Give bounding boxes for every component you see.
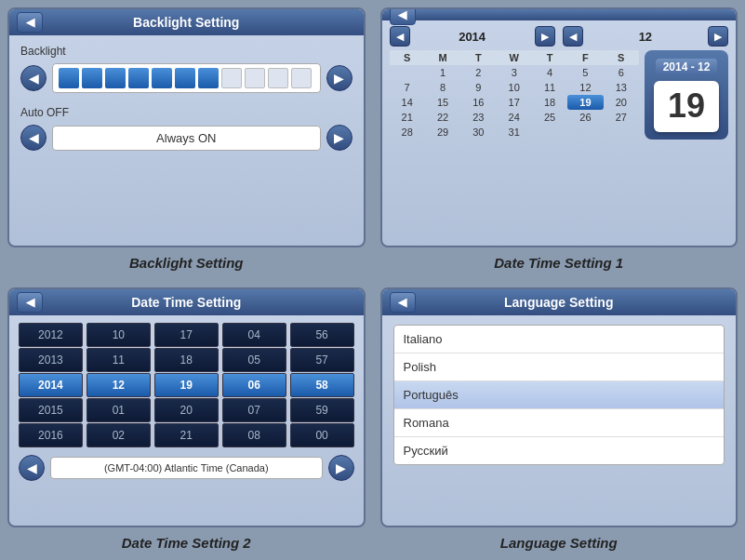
year-item-2[interactable]: 2014 [19,373,83,397]
month-item-1[interactable]: 11 [86,348,151,372]
hour-item-4[interactable]: 08 [222,423,286,447]
backlight-slider-row: ◀ ▶ [20,63,353,93]
backlight-increase-button[interactable]: ▶ [326,65,353,91]
timezone-next-button[interactable]: ▶ [328,455,354,481]
calendar-panel-label: Date Time Setting 1 [380,251,738,273]
col-tue: T [460,50,496,65]
minute-item-4[interactable]: 00 [290,423,354,447]
minute-scroll-col: 56 57 58 59 00 [290,323,354,447]
backlight-decrease-button[interactable]: ◀ [20,65,47,91]
minute-item-2[interactable]: 58 [290,373,354,397]
year-prev-button[interactable]: ◀ [390,26,410,47]
bar-4 [128,68,149,88]
calendar-year-nav: ◀ 2014 ▶ ◀ 12 ▶ [390,26,729,47]
year-item-4[interactable]: 2016 [19,423,83,447]
day-item-0[interactable]: 17 [154,323,219,347]
table-row: 28 29 30 31 [390,125,640,140]
language-inner: ◀ Language Setting Italiano Polish Portu… [380,287,738,527]
lang-item-polish[interactable]: Polish [394,353,725,381]
day-item-3[interactable]: 20 [154,398,219,422]
timezone-value: (GMT-04:00) Atlantic Time (Canada) [50,457,323,479]
language-list: Italiano Polish Português Romana Русский [393,325,725,465]
day-scroll-col: 17 18 19 20 21 [154,323,219,447]
table-row: 14 15 16 17 18 19 20 [390,95,640,110]
calendar-content: ◀ 2014 ▶ ◀ 12 ▶ S M T [382,20,737,145]
day-item-4[interactable]: 21 [154,423,219,447]
language-content: Italiano Polish Português Romana Русский [382,315,737,474]
hour-item-0[interactable]: 04 [222,323,286,347]
auto-off-increase-button[interactable]: ▶ [326,125,353,151]
bar-8 [221,68,242,88]
calendar-grid-area: S M T W T F S [390,50,729,140]
datetime2-content: 2012 2013 2014 2015 2016 10 11 12 01 02 [9,315,364,488]
calendar-table-area: S M T W T F S [390,50,640,140]
calendar-display-day: 19 [654,81,719,132]
col-sun: S [390,50,425,65]
bar-9 [245,68,265,88]
language-title: Language Setting [504,295,613,310]
datetime2-back-button[interactable]: ◀ [17,292,43,313]
auto-off-value: Always ON [52,126,321,151]
backlight-content: Backlight ◀ [9,35,364,173]
month-item-2[interactable]: 12 [86,373,151,397]
backlight-bars [52,63,321,93]
backlight-panel-label: Backlight Setting [7,251,366,273]
col-thu: T [532,50,567,65]
datetime2-header: ◀ Date Time Setting [9,289,364,315]
datetime2-panel-label: Date Time Setting 2 [7,531,366,553]
bar-5 [152,68,172,88]
hour-item-1[interactable]: 05 [222,348,286,372]
calendar-display: 2014 - 12 19 [645,50,728,140]
day-item-2[interactable]: 19 [154,373,219,397]
calendar-year: 2014 [410,30,535,44]
lang-item-italiano[interactable]: Italiano [394,326,725,353]
timezone-row: ◀ (GMT-04:00) Atlantic Time (Canada) ▶ [19,455,354,481]
hour-scroll-col: 04 05 06 07 08 [222,323,286,447]
year-item-1[interactable]: 2013 [19,348,83,372]
month-item-3[interactable]: 01 [86,398,151,422]
calendar-table: S M T W T F S [390,50,640,140]
backlight-back-button[interactable]: ◀ [17,12,43,33]
month-item-4[interactable]: 02 [86,423,151,447]
bar-10 [268,68,288,88]
bar-1 [59,68,79,88]
year-next-button[interactable]: ▶ [535,26,555,47]
table-row: 7 8 9 10 11 12 13 [390,80,640,95]
language-back-button[interactable]: ◀ [390,292,416,313]
col-fri: F [567,50,603,65]
table-row: 1 2 3 4 5 6 [390,65,640,80]
month-item-0[interactable]: 10 [86,323,151,347]
calendar-display-year-month: 2014 - 12 [656,59,718,75]
bar-6 [175,68,195,88]
year-item-0[interactable]: 2012 [19,323,83,347]
language-panel-label: Language Setting [380,531,738,553]
minute-item-3[interactable]: 59 [290,398,354,422]
minute-item-1[interactable]: 57 [290,348,354,372]
year-item-3[interactable]: 2015 [19,398,83,422]
lang-item-romana[interactable]: Romana [394,409,725,437]
calendar-inner: ◀ ◀ 2014 ▶ ◀ 12 ▶ S [380,7,738,247]
table-row: 21 22 23 24 25 26 27 [390,110,640,125]
bar-3 [105,68,126,88]
auto-off-label: Auto OFF [20,106,353,119]
lang-item-russian[interactable]: Русский [394,437,725,464]
col-wed: W [497,50,532,65]
calendar-month: 12 [583,30,708,44]
hour-item-3[interactable]: 07 [222,398,286,422]
timezone-prev-button[interactable]: ◀ [19,455,45,481]
col-sat: S [604,50,639,65]
day-item-1[interactable]: 18 [154,348,219,372]
calendar-back-button[interactable]: ◀ [390,7,416,25]
month-scroll-col: 10 11 12 01 02 [86,323,151,447]
backlight-title: Backlight Setting [133,15,239,30]
month-next-button[interactable]: ▶ [708,26,728,47]
month-prev-button[interactable]: ◀ [563,26,583,47]
datetime2-inner: ◀ Date Time Setting 2012 2013 2014 2015 … [7,287,366,527]
backlight-label: Backlight [20,45,353,58]
backlight-panel: ◀ Backlight Setting Backlight ◀ [0,0,373,280]
hour-item-2[interactable]: 06 [222,373,286,397]
minute-item-0[interactable]: 56 [290,323,354,347]
language-panel: ◀ Language Setting Italiano Polish Portu… [373,280,746,560]
auto-off-decrease-button[interactable]: ◀ [20,125,47,151]
lang-item-portuguese[interactable]: Português [394,381,725,409]
